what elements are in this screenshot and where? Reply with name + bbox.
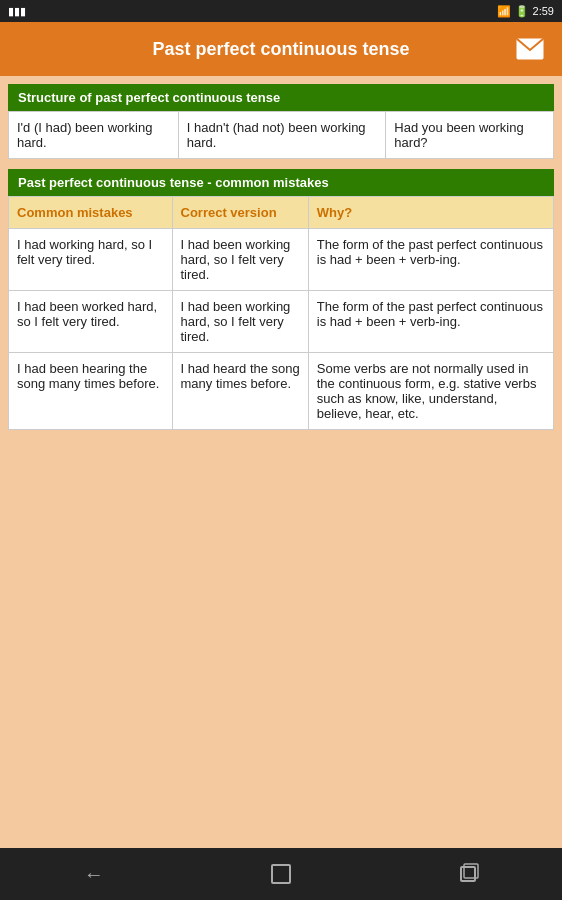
email-button[interactable]	[512, 31, 548, 67]
recents-icon	[456, 862, 480, 886]
structure-section-header: Structure of past perfect continuous ten…	[8, 84, 554, 111]
main-content: Structure of past perfect continuous ten…	[0, 76, 562, 848]
why-explanation-1: The form of the past perfect continuous …	[308, 291, 553, 353]
status-left: ▮▮▮	[8, 5, 26, 18]
why-explanation-0: The form of the past perfect continuous …	[308, 229, 553, 291]
structure-example-1: I'd (I had) been working hard.	[9, 112, 179, 159]
page-title: Past perfect continuous tense	[50, 39, 512, 60]
common-mistake-0: I had working hard, so I felt very tired…	[9, 229, 173, 291]
svg-rect-2	[461, 867, 475, 881]
svg-rect-1	[272, 865, 290, 883]
common-mistake-2: I had been hearing the song many times b…	[9, 353, 173, 430]
email-icon	[516, 38, 544, 60]
col-header-why: Why?	[308, 197, 553, 229]
signal-icon: ▮▮▮	[8, 5, 26, 18]
wifi-icon: 📶	[497, 5, 511, 18]
back-button[interactable]: ←	[74, 854, 114, 894]
status-right: 📶 🔋 2:59	[497, 5, 554, 18]
table-row: I had been hearing the song many times b…	[9, 353, 554, 430]
recents-button[interactable]	[448, 854, 488, 894]
mistakes-section-header: Past perfect continuous tense - common m…	[8, 169, 554, 196]
time-display: 2:59	[533, 5, 554, 17]
bottom-nav: ←	[0, 848, 562, 900]
structure-example-3: Had you been working hard?	[386, 112, 554, 159]
home-icon	[269, 862, 293, 886]
correct-version-0: I had been working hard, so I felt very …	[172, 229, 308, 291]
correct-version-2: I had heard the song many times before.	[172, 353, 308, 430]
mistakes-table: Common mistakes Correct version Why? I h…	[8, 196, 554, 430]
battery-icon: 🔋	[515, 5, 529, 18]
status-bar: ▮▮▮ 📶 🔋 2:59	[0, 0, 562, 22]
col-header-correct: Correct version	[172, 197, 308, 229]
table-row: I had working hard, so I felt very tired…	[9, 229, 554, 291]
structure-table: I'd (I had) been working hard. I hadn't …	[8, 111, 554, 159]
structure-example-2: I hadn't (had not) been working hard.	[178, 112, 386, 159]
correct-version-1: I had been working hard, so I felt very …	[172, 291, 308, 353]
common-mistake-1: I had been worked hard, so I felt very t…	[9, 291, 173, 353]
table-row: I had been worked hard, so I felt very t…	[9, 291, 554, 353]
home-button[interactable]	[261, 854, 301, 894]
app-header: Past perfect continuous tense	[0, 22, 562, 76]
why-explanation-2: Some verbs are not normally used in the …	[308, 353, 553, 430]
col-header-common: Common mistakes	[9, 197, 173, 229]
